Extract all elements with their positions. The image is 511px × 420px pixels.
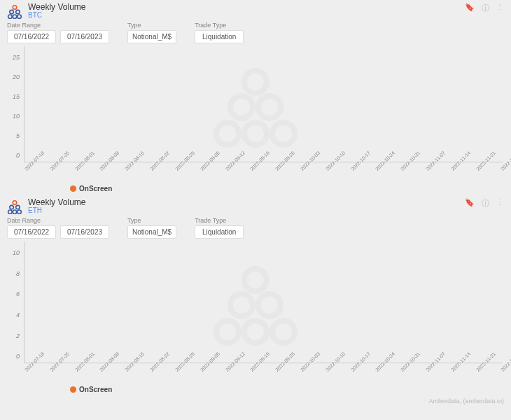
legend-swatch — [70, 186, 76, 192]
svg-point-14 — [16, 205, 20, 209]
bookmark-icon[interactable]: 🔖 — [465, 3, 475, 13]
bookmark-icon[interactable]: 🔖 — [465, 198, 475, 209]
svg-point-13 — [10, 205, 14, 209]
chart-btc: 05101520252022-07-182022-07-252022-08-01… — [7, 46, 504, 181]
panel-asset: ETH — [28, 207, 85, 215]
y-tick: 10 — [13, 113, 20, 120]
svg-point-5 — [18, 14, 22, 18]
svg-point-0 — [13, 5, 17, 9]
type-select[interactable]: Notional_M$ — [127, 30, 176, 43]
panel-eth: Weekly Volume ETH 🔖 ⓘ ⋮ Date Range 07/16… — [0, 195, 511, 396]
panel-header: Weekly Volume BTC 🔖 ⓘ ⋮ — [7, 3, 504, 19]
plot-area — [24, 241, 503, 363]
legend-swatch — [70, 386, 76, 393]
y-tick: 8 — [16, 270, 20, 277]
svg-point-12 — [13, 200, 17, 204]
legend: OnScreen — [70, 185, 504, 192]
more-icon[interactable]: ⋮ — [496, 3, 504, 13]
chart-eth: 02468102022-07-182022-07-252022-08-01202… — [7, 241, 504, 382]
date-end-input[interactable]: 07/16/2023 — [60, 30, 109, 43]
type-label: Type — [127, 217, 176, 224]
svg-point-2 — [16, 10, 20, 14]
legend-label: OnScreen — [79, 185, 112, 192]
x-axis: 2022-07-182022-07-252022-08-012022-08-08… — [24, 363, 503, 382]
trade-type-select[interactable]: Liquidation — [195, 30, 244, 43]
y-tick: 0 — [16, 152, 20, 159]
date-range-label: Date Range — [7, 217, 109, 224]
amberdata-logo-icon — [7, 199, 22, 214]
legend: OnScreen — [70, 386, 504, 393]
svg-point-1 — [10, 10, 14, 14]
type-label: Type — [127, 22, 176, 29]
y-tick: 10 — [13, 249, 20, 256]
more-icon[interactable]: ⋮ — [496, 198, 504, 209]
plot-area — [24, 46, 503, 162]
legend-label: OnScreen — [79, 386, 112, 393]
y-tick: 0 — [16, 353, 20, 360]
trade-type-select[interactable]: Liquidation — [195, 225, 244, 239]
footer-attribution: Amberdata, (amberdata.io) — [0, 396, 511, 407]
trade-type-label: Trade Type — [195, 217, 244, 224]
controls-row: Date Range 07/16/2022 07/16/2023 Type No… — [7, 217, 504, 239]
amberdata-logo-icon — [7, 4, 22, 19]
info-icon[interactable]: ⓘ — [482, 198, 489, 209]
date-range-label: Date Range — [7, 22, 109, 29]
controls-row: Date Range 07/16/2022 07/16/2023 Type No… — [7, 22, 504, 43]
y-tick: 4 — [16, 312, 20, 318]
x-axis: 2022-07-182022-07-252022-08-012022-08-08… — [24, 162, 503, 181]
date-end-input[interactable]: 07/16/2023 — [60, 225, 109, 239]
svg-point-15 — [8, 210, 13, 214]
svg-point-4 — [13, 14, 17, 18]
panel-btc: Weekly Volume BTC 🔖 ⓘ ⋮ Date Range 07/16… — [0, 0, 511, 195]
y-tick: 20 — [13, 74, 20, 80]
y-tick: 2 — [16, 332, 20, 340]
panel-title: Weekly Volume — [28, 3, 85, 12]
panel-asset: BTC — [28, 12, 85, 20]
svg-point-17 — [18, 210, 22, 214]
trade-type-label: Trade Type — [195, 22, 244, 29]
panel-header: Weekly Volume ETH 🔖 ⓘ ⋮ — [7, 198, 504, 214]
y-tick: 25 — [13, 54, 20, 61]
svg-point-16 — [13, 210, 17, 214]
y-tick: 5 — [16, 132, 20, 139]
date-start-input[interactable]: 07/16/2022 — [7, 225, 56, 239]
type-select[interactable]: Notional_M$ — [127, 225, 176, 239]
info-icon[interactable]: ⓘ — [482, 3, 489, 13]
y-tick: 15 — [13, 93, 20, 100]
panel-title: Weekly Volume — [28, 198, 85, 207]
y-tick: 6 — [16, 290, 20, 298]
date-start-input[interactable]: 07/16/2022 — [7, 30, 56, 43]
svg-point-3 — [8, 14, 13, 18]
